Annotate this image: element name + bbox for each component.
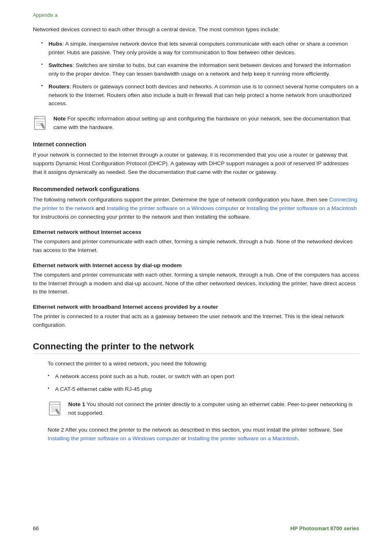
note2-text: Note 2 After you connect the printer to … (48, 426, 359, 443)
routers-term: Routers (48, 83, 69, 90)
internet-connection-heading: Internet connection (33, 141, 359, 148)
eth-no-internet-text: The computers and printer communicate wi… (33, 238, 359, 255)
eth-dialup-text: The computers and printer communicate wi… (33, 271, 359, 297)
note-hardware-text: Note For specific information about sett… (53, 115, 359, 132)
eth-broadband-heading: Ethernet network with broadband Internet… (33, 304, 359, 310)
intro-text: Networked devices connect to each other … (33, 25, 359, 34)
switches-term: Switches (48, 62, 73, 68)
switches-desc: : Switches are similar to hubs, but can … (48, 62, 350, 77)
bullet-access-point: A network access point such as a hub, ro… (48, 372, 359, 381)
rec-intro: The following network configurations sup… (33, 196, 329, 203)
recommended-configs-text: The following network configurations sup… (33, 196, 359, 222)
connecting-bullets: A network access point such as a hub, ro… (48, 372, 359, 394)
rec-link2[interactable]: Installing the printer software on a Win… (106, 205, 238, 211)
connecting-section-title: Connecting the printer to the network (33, 341, 359, 354)
hubs-desc: : A simple, inexpensive network device t… (48, 41, 348, 55)
footer: 66 HP Photosmart 8700 series (33, 525, 359, 531)
note2-label: Note 2 (48, 427, 64, 433)
note-icon-2 (48, 401, 63, 417)
rec-mid2: or (239, 205, 247, 211)
rec-end: for instructions on connecting your prin… (33, 214, 251, 220)
eth-broadband-text: The printer is connected to a router tha… (33, 312, 359, 330)
rec-mid1: and (94, 205, 106, 211)
bullet-cat5: A CAT-5 ethernet cable with RJ-45 plug (48, 385, 359, 394)
eth-no-internet-heading: Ethernet network without Internet access (33, 229, 359, 235)
note-peer-to-peer-text: Note 1 You should not connect the printe… (68, 400, 359, 418)
list-item-routers: Routers: Routers or gateways connect bot… (41, 83, 359, 109)
note-icon: ≋≋≋ (33, 116, 48, 131)
note2-box: Note 2 After you connect the printer to … (48, 426, 359, 443)
internet-connection-text: If your network is connected to the Inte… (33, 151, 359, 177)
list-item-hubs: Hubs: A simple, inexpensive network devi… (41, 40, 359, 57)
routers-desc: : Routers or gateways connect both devic… (48, 83, 358, 107)
appendix-label: Appendix a (33, 12, 359, 18)
eth-dialup-heading: Ethernet network with Internet access by… (33, 262, 359, 268)
hub-switch-router-list: Hubs: A simple, inexpensive network devi… (41, 40, 359, 108)
note2-link2[interactable]: Installing the printer software on a Mac… (188, 435, 298, 441)
hubs-term: Hubs (48, 41, 62, 47)
svg-text:≋≋≋: ≋≋≋ (35, 117, 39, 119)
footer-brand: HP Photosmart 8700 series (291, 525, 359, 531)
note-hardware-box: ≋≋≋ Note For specific information about … (33, 115, 359, 132)
footer-page-number: 66 (33, 525, 39, 531)
note-peer-to-peer-box: Note 1 You should not connect the printe… (48, 400, 359, 418)
note2-link1[interactable]: Installing the printer software on a Win… (48, 435, 180, 441)
connecting-intro: To connect the printer to a wired networ… (48, 360, 359, 368)
list-item-switches: Switches: Switches are similar to hubs, … (41, 61, 359, 79)
recommended-configs-heading: Recommended network configurations (33, 186, 359, 192)
rec-link3[interactable]: Installing the printer software on a Mac… (247, 205, 357, 211)
